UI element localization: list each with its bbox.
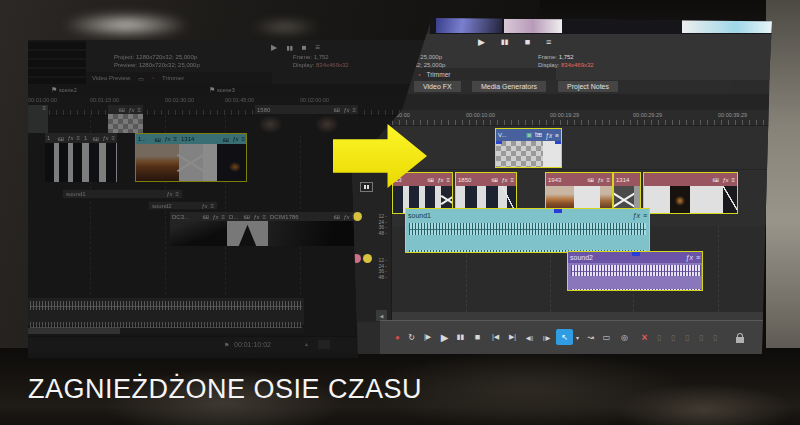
menu-icon[interactable]: ≡ bbox=[241, 136, 245, 142]
selection-tool-button[interactable]: ▭ bbox=[599, 329, 614, 345]
delete-button[interactable]: × bbox=[637, 329, 652, 345]
next-frame-button[interactable]: ||▶ bbox=[539, 329, 554, 345]
fx-icon[interactable]: ƒx bbox=[343, 107, 349, 113]
menu-icon[interactable]: ≡ bbox=[173, 136, 177, 142]
up-arrow-icon[interactable]: ▲ bbox=[304, 341, 309, 347]
fx-icon[interactable]: ƒx bbox=[102, 135, 108, 141]
status-box[interactable] bbox=[318, 340, 330, 349]
fx-icon[interactable]: ƒx bbox=[201, 203, 207, 209]
fx-icon[interactable]: ƒx bbox=[232, 136, 238, 142]
menu-icon[interactable]: ≡ bbox=[221, 214, 225, 220]
play-from-start-button[interactable]: |▶ bbox=[420, 329, 435, 345]
fx-icon[interactable]: ƒx bbox=[164, 136, 170, 142]
normal-edit-tool-button[interactable]: ↖ bbox=[556, 329, 573, 345]
fx-icon[interactable]: ƒx bbox=[128, 107, 134, 113]
fx-icon[interactable]: ƒx bbox=[597, 177, 603, 183]
play-button[interactable]: ▶ bbox=[271, 43, 277, 52]
pan-crop-icon[interactable]: t⊞ bbox=[535, 131, 542, 139]
pan-crop-icon[interactable]: t⊞ bbox=[427, 176, 434, 183]
fx-icon[interactable]: ƒx bbox=[501, 177, 507, 183]
left-video-clip-d[interactable]: D... t⊞ ƒx ≡ bbox=[227, 212, 268, 246]
pause-button[interactable]: ▮▮ bbox=[501, 38, 509, 46]
tab-video-preview[interactable]: Video Preview bbox=[92, 75, 130, 81]
stop-button[interactable]: ■ bbox=[302, 43, 307, 52]
right-timeline-ruler[interactable]: 00:00 00:00:10:00 00:00:19:29 00:00:29:2… bbox=[392, 110, 772, 126]
pan-crop-icon[interactable]: t⊞ bbox=[57, 135, 64, 142]
menu-icon[interactable]: ≡ bbox=[731, 177, 735, 183]
fx-icon[interactable]: ƒx bbox=[67, 135, 73, 141]
pan-crop-icon[interactable]: t⊞ bbox=[587, 176, 594, 183]
timeline-marker-scene3[interactable]: ⚑ scene3 bbox=[209, 86, 235, 93]
left-horizontal-scrollbar[interactable] bbox=[28, 328, 304, 334]
fx-icon[interactable]: ƒx bbox=[343, 214, 349, 220]
pause-button[interactable]: ▮▮ bbox=[453, 329, 468, 345]
red-dot-icon[interactable]: ▪ bbox=[152, 75, 154, 81]
play-button[interactable]: ▶ bbox=[437, 329, 452, 345]
menu-icon[interactable]: ≡ bbox=[316, 43, 321, 52]
menu-icon[interactable]: ≡ bbox=[555, 132, 559, 139]
nested-timeline-clip-v[interactable]: V... ▣ t⊞ ƒx ≡ bbox=[495, 128, 562, 168]
stop-button[interactable]: ■ bbox=[525, 37, 530, 47]
solo-button[interactable] bbox=[353, 212, 362, 221]
sound1-audio-clip[interactable]: sound1 ƒx ≡ bbox=[405, 208, 650, 253]
fx-icon[interactable]: ƒx bbox=[437, 177, 443, 183]
menu-icon[interactable]: ≡ bbox=[546, 37, 551, 47]
lock-button[interactable] bbox=[732, 329, 747, 345]
menu-icon[interactable]: ≡ bbox=[210, 203, 214, 209]
fx-icon[interactable]: ƒx bbox=[166, 191, 172, 197]
sound2-audio-clip[interactable]: sound2 ƒx ≡ bbox=[567, 251, 703, 291]
menu-icon[interactable]: ≡ bbox=[42, 105, 46, 111]
menu-icon[interactable]: ≡ bbox=[137, 107, 141, 113]
pan-crop-icon[interactable]: t⊞ bbox=[202, 213, 209, 220]
loop-playback-button[interactable]: ↻ bbox=[404, 329, 419, 345]
left-selected-clip-group[interactable]: 1... t⊞ ƒx ≡ 1314 t⊞ ƒx ≡ bbox=[135, 133, 247, 182]
envelope-tool-button[interactable]: ↝ bbox=[583, 329, 598, 345]
menu-icon[interactable]: ≡ bbox=[76, 135, 80, 141]
fx-icon[interactable]: ƒx bbox=[212, 214, 218, 220]
menu-icon[interactable]: ≡ bbox=[643, 212, 647, 219]
left-video-clip-1580[interactable]: 1580 t⊞ ƒx ≡ bbox=[255, 105, 358, 133]
menu-icon[interactable]: ≡ bbox=[175, 191, 179, 197]
menu-icon[interactable]: ≡ bbox=[606, 177, 610, 183]
tab-project-notes[interactable]: Project Notes bbox=[558, 81, 618, 92]
left-sound1-clip[interactable]: sound1 ƒx ≡ bbox=[62, 189, 183, 199]
fx-icon[interactable]: ƒx bbox=[633, 212, 640, 219]
trim-handle[interactable] bbox=[496, 141, 502, 144]
zoom-tool-button[interactable]: ◎ bbox=[617, 329, 632, 345]
fx-icon[interactable]: ƒx bbox=[545, 132, 552, 139]
left-video-clip-dcim1786[interactable]: DCIM1786 t⊞ ƒx ≡ bbox=[268, 212, 358, 246]
left-timeline-ruler[interactable]: 00:01:00:00 00:01:15:00 00:01:30:00 00:0… bbox=[28, 95, 428, 116]
tab-trimmer[interactable]: Trimmer bbox=[162, 75, 184, 81]
video-clip[interactable]: t⊞ ƒx ≡ bbox=[643, 172, 738, 214]
timeline-marker-scene2[interactable]: ⚑ scene2 bbox=[51, 86, 77, 93]
menu-icon[interactable]: ≡ bbox=[111, 135, 115, 141]
menu-icon[interactable]: ≡ bbox=[446, 177, 450, 183]
pan-crop-icon[interactable]: t⊞ bbox=[222, 136, 229, 143]
pan-crop-icon[interactable]: t⊞ bbox=[92, 135, 99, 142]
left-video-clip[interactable]: ≡ bbox=[28, 105, 48, 133]
menu-icon[interactable]: ≡ bbox=[510, 177, 514, 183]
left-video-clip-dc3[interactable]: DC3... t⊞ ƒx ≡ bbox=[170, 212, 227, 246]
tab-video-fx[interactable]: Video FX bbox=[414, 81, 461, 92]
pan-crop-icon[interactable]: t⊞ bbox=[491, 176, 498, 183]
tab-trimmer[interactable]: Trimmer bbox=[426, 71, 450, 78]
go-to-start-button[interactable]: |◀ bbox=[488, 329, 503, 345]
pan-crop-icon[interactable]: t⊞ bbox=[712, 176, 719, 183]
fx-icon[interactable]: ƒx bbox=[253, 214, 259, 220]
right-horizontal-scrollbar[interactable] bbox=[392, 312, 772, 320]
generated-media-icon[interactable]: ▣ bbox=[526, 131, 532, 139]
prev-frame-button[interactable]: ◀|| bbox=[522, 329, 537, 345]
left-generated-clip[interactable]: t⊞ ƒx ≡ bbox=[108, 105, 143, 133]
tab-media-generators[interactable]: Media Generators bbox=[472, 81, 546, 92]
pan-box[interactable] bbox=[360, 182, 373, 192]
trim-handle[interactable] bbox=[555, 141, 561, 144]
menu-icon[interactable]: ≡ bbox=[262, 214, 266, 220]
window-box-icon[interactable]: ▭ bbox=[138, 75, 144, 82]
left-video-clip[interactable]: 1 t⊞ ƒx ≡ bbox=[82, 133, 117, 182]
fx-icon[interactable]: ƒx bbox=[686, 254, 693, 261]
fx-icon[interactable]: ƒx bbox=[722, 177, 728, 183]
pan-crop-icon[interactable]: t⊞ bbox=[333, 213, 340, 220]
record-mic-button[interactable]: ● bbox=[390, 329, 405, 345]
pan-crop-icon[interactable]: t⊞ bbox=[118, 106, 125, 113]
menu-icon[interactable]: ≡ bbox=[352, 107, 356, 113]
